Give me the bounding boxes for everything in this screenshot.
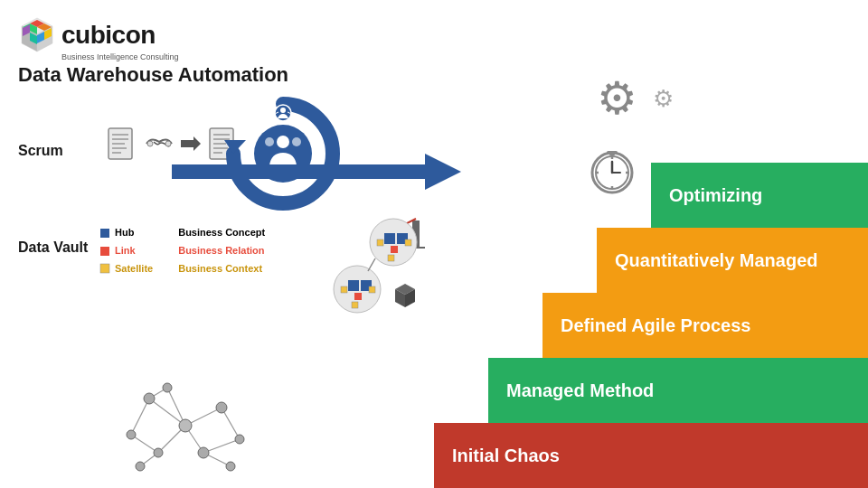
logo-text: cubicon <box>61 21 156 50</box>
link-label: Link <box>115 242 136 260</box>
datavault-label: Data Vault <box>18 239 88 256</box>
svg-rect-63 <box>348 280 359 291</box>
svg-rect-68 <box>352 302 358 308</box>
logo-subtitle: Business Intelligence Consulting <box>18 52 179 61</box>
small-gear-icon: ⚙ <box>653 85 680 116</box>
svg-rect-60 <box>405 239 411 246</box>
arrow-right-icon <box>181 136 201 151</box>
svg-point-46 <box>277 136 289 148</box>
svg-point-82 <box>144 393 155 404</box>
header: cubicon Business Intelligence Consulting… <box>0 0 868 87</box>
svg-rect-30 <box>112 134 128 136</box>
svg-marker-37 <box>181 136 201 151</box>
handshake-icon <box>145 131 174 156</box>
svg-point-86 <box>198 447 209 458</box>
datavault-legend: Hub Link Satellite Business Concept Busi… <box>99 224 265 277</box>
bar-managed: Managed Method <box>488 358 868 423</box>
legend-link-row: Link <box>99 242 153 260</box>
svg-point-88 <box>235 435 244 444</box>
scrum-label: Scrum <box>18 143 63 159</box>
bars-container: Optimizing Quantitatively Managed Define… <box>434 81 868 488</box>
svg-text:⚙: ⚙ <box>597 74 637 124</box>
svg-point-48 <box>292 137 301 146</box>
svg-rect-65 <box>354 293 362 300</box>
network-graph <box>113 380 258 483</box>
legend-hub-row: Hub <box>99 224 153 242</box>
svg-point-50 <box>280 108 286 113</box>
svg-marker-51 <box>172 154 461 190</box>
bar-optimizing: Optimizing <box>651 163 868 228</box>
hub-label: Hub <box>115 224 134 242</box>
svg-point-36 <box>165 141 171 146</box>
bar-initial: Initial Chaos <box>434 423 868 488</box>
svg-point-35 <box>147 141 153 146</box>
legend-satellite-row: Satellite <box>99 260 153 278</box>
satellite-label: Satellite <box>115 260 153 278</box>
gear-icon: ⚙ <box>597 74 649 127</box>
main-diagram: Scrum Data Vault Optimizing Quantitative… <box>0 81 868 488</box>
svg-rect-33 <box>112 147 127 149</box>
svg-rect-54 <box>100 264 109 273</box>
svg-rect-31 <box>112 138 128 140</box>
svg-point-85 <box>216 402 227 413</box>
svg-point-84 <box>127 430 136 439</box>
svg-line-69 <box>368 258 375 271</box>
logo-area: cubicon Business Intelligence Consulting… <box>18 16 288 87</box>
clock-icon <box>590 150 635 199</box>
document-icon-1 <box>107 127 137 161</box>
svg-rect-34 <box>112 152 121 154</box>
bar-quantitative: Quantitatively Managed <box>597 228 868 293</box>
svg-point-90 <box>136 462 145 471</box>
datavault-diagram <box>321 215 429 327</box>
svg-rect-53 <box>100 247 109 256</box>
svg-point-47 <box>265 137 274 146</box>
svg-rect-58 <box>391 246 398 253</box>
svg-point-83 <box>179 419 192 432</box>
svg-point-91 <box>163 383 172 392</box>
svg-rect-21 <box>607 151 618 154</box>
left-labels: Scrum Data Vault <box>18 81 108 488</box>
svg-line-71 <box>131 399 149 435</box>
svg-rect-56 <box>384 233 395 244</box>
bar-defined: Defined Agile Process <box>542 293 868 358</box>
horizontal-arrow <box>172 154 461 193</box>
svg-rect-67 <box>369 286 375 293</box>
svg-rect-52 <box>100 229 109 238</box>
svg-point-89 <box>226 462 235 471</box>
context-label: Business Context <box>178 260 265 278</box>
relation-label: Business Relation <box>178 242 265 260</box>
concept-label: Business Concept <box>178 224 265 242</box>
svg-point-87 <box>154 448 163 457</box>
svg-rect-32 <box>112 143 125 145</box>
svg-rect-61 <box>388 255 394 261</box>
logo-row: cubicon <box>18 16 156 54</box>
svg-rect-59 <box>377 239 383 246</box>
svg-rect-66 <box>341 286 347 293</box>
cubicon-logo-icon <box>18 16 56 54</box>
svg-text:⚙: ⚙ <box>653 85 674 112</box>
